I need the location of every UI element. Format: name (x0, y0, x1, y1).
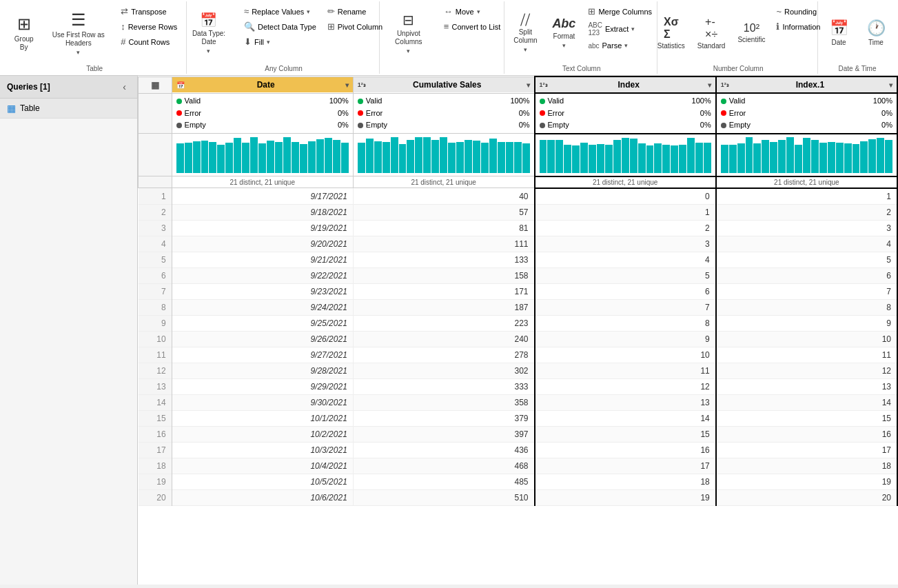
scientific-icon: 10² (744, 22, 759, 34)
rounding-button[interactable]: ~ Rounding (773, 4, 824, 19)
col-header-index[interactable]: 1²₃ Index ▾ (535, 77, 716, 93)
col-date-menu[interactable]: ▾ (345, 81, 349, 89)
col-header-sales[interactable]: 1²₃ Cumulative Sales ▾ (353, 77, 534, 93)
merge-icon: ⊞ (588, 6, 595, 17)
date-button[interactable]: 📅 Date (822, 4, 855, 61)
row-number: 6 (139, 267, 172, 283)
cell-index: 3 (535, 236, 716, 252)
pivot-column-button[interactable]: ⊞ Pivot Column (324, 19, 386, 34)
row-number: 9 (139, 315, 172, 331)
unpivot-columns-button[interactable]: ⊟ Unpivot Columns ▾ (381, 4, 436, 61)
sales-empty-stat: Empty 0% (358, 119, 530, 132)
table-row[interactable]: 9 9/25/2021 223 8 9 (139, 315, 898, 331)
index-type-icon: 1²₃ (540, 81, 548, 88)
standard-label: Standard (697, 42, 726, 50)
valid-label3: Valid (548, 95, 564, 108)
col-sales-menu[interactable]: ▾ (527, 81, 530, 89)
cell-sales: 358 (353, 394, 534, 410)
table-row[interactable]: 11 9/27/2021 278 10 11 (139, 347, 898, 363)
table-row[interactable]: 1 9/17/2021 40 0 1 (139, 188, 898, 205)
parse-button[interactable]: abc Parse ▾ (584, 39, 655, 52)
standard-button[interactable]: +-×÷ Standard (693, 4, 731, 61)
index1-bar-chart (716, 134, 897, 176)
table-row[interactable]: 6 9/22/2021 158 5 6 (139, 267, 898, 283)
rename-button[interactable]: ✏ Rename (324, 4, 386, 19)
sales-distinct: 21 distinct, 21 unique (353, 176, 534, 188)
extract-button[interactable]: ABC123 Extract ▾ (584, 19, 655, 39)
table-row[interactable]: 10 9/26/2021 240 9 10 (139, 331, 898, 347)
table-row[interactable]: 14 9/30/2021 358 13 14 (139, 394, 898, 410)
transpose-button[interactable]: ⇄ Transpose (117, 4, 181, 19)
use-first-row-button[interactable]: ☰ Use First Row as Headers ▾ (43, 4, 113, 61)
cell-index: 1 (535, 204, 716, 220)
convert-to-list-button[interactable]: ≡ Convert to List (440, 19, 504, 34)
format-button[interactable]: Abc Format ▾ (546, 4, 582, 61)
empty-dot (176, 123, 182, 128)
scientific-button[interactable]: 10² Scientific (733, 4, 770, 61)
cell-index1: 19 (716, 474, 897, 489)
table-row[interactable]: 17 10/3/2021 436 16 17 (139, 442, 898, 458)
col-header-date[interactable]: 📅 Date ▾ (172, 77, 353, 93)
statistics-button[interactable]: XσΣ Statistics (653, 4, 690, 61)
col-index1-menu[interactable]: ▾ (889, 81, 892, 89)
table-row[interactable]: 15 10/1/2021 379 14 15 (139, 410, 898, 426)
split-column-button[interactable]: ⧸⧸ Split Column ▾ (507, 4, 543, 61)
table-row[interactable]: 12 9/28/2021 302 11 12 (139, 363, 898, 378)
sidebar-item-table[interactable]: ▦ Table (0, 99, 137, 119)
empty-label2: Empty (366, 119, 387, 132)
table-row[interactable]: 7 9/23/2021 171 6 7 (139, 283, 898, 299)
parse-label: Parse (602, 41, 622, 50)
empty-pct: 0% (338, 119, 349, 132)
cell-index: 17 (535, 458, 716, 474)
ribbon-group-any-column-content: 📅 Data Type: Date ▾ ≈ Replace Values ▾ 🔍… (181, 4, 386, 71)
cell-sales: 379 (353, 410, 534, 426)
cell-index1: 16 (716, 426, 897, 442)
data-type-button[interactable]: 📅 Data Type: Date ▾ (181, 4, 236, 61)
cell-sales: 278 (353, 347, 534, 363)
cell-index: 10 (535, 347, 716, 363)
date-time-group-label: Date & Time (819, 65, 895, 72)
move-button[interactable]: ↔ Move ▾ (440, 4, 504, 19)
col-header-index1[interactable]: 1²₃ Index.1 ▾ (716, 77, 897, 93)
index1-error-stat: Error 0% (721, 108, 892, 120)
table-row[interactable]: 13 9/29/2021 333 12 13 (139, 378, 898, 394)
table-row[interactable]: 19 10/5/2021 485 18 19 (139, 474, 898, 489)
reverse-rows-button[interactable]: ↕ Reverse Rows (117, 19, 181, 34)
date-distinct: 21 distinct, 21 unique (172, 176, 353, 188)
group-by-button[interactable]: ⊞ Group By (8, 4, 39, 61)
table-row[interactable]: 18 10/4/2021 468 17 18 (139, 458, 898, 474)
table-row[interactable]: 8 9/24/2021 187 7 8 (139, 299, 898, 315)
replace-values-button[interactable]: ≈ Replace Values ▾ (241, 4, 320, 19)
sidebar: Queries [1] ‹ ▦ Table (0, 76, 138, 585)
error-dot (176, 110, 182, 116)
fill-button[interactable]: ⬇ Fill ▾ (241, 34, 320, 49)
date-empty-stat: Empty 0% (176, 119, 349, 132)
row-number: 11 (139, 347, 172, 363)
table-row[interactable]: 4 9/20/2021 111 3 4 (139, 236, 898, 252)
error-dot4 (721, 110, 726, 116)
count-rows-button[interactable]: # Count Rows (117, 34, 181, 49)
cell-index: 14 (535, 410, 716, 426)
cell-index1: 12 (716, 363, 897, 378)
table-row[interactable]: 2 9/18/2021 57 1 2 (139, 204, 898, 220)
transpose-icon: ⇄ (121, 6, 128, 17)
format-label: Format (553, 32, 575, 41)
statistics-icon: XσΣ (664, 16, 679, 41)
rounding-icon: ~ (776, 6, 782, 17)
merge-columns-button[interactable]: ⊞ Merge Columns (584, 4, 655, 19)
cell-date: 9/29/2021 (172, 378, 353, 394)
table-row[interactable]: 5 9/21/2021 133 4 5 (139, 252, 898, 267)
time-button[interactable]: 🕐 Time (859, 4, 892, 61)
unpivot-small-buttons: ↔ Move ▾ ≡ Convert to List (440, 4, 504, 43)
col-index-menu[interactable]: ▾ (708, 81, 711, 89)
table-row[interactable]: 16 10/2/2021 397 15 16 (139, 426, 898, 442)
collapse-sidebar-button[interactable]: ‹ (119, 80, 130, 94)
table-row[interactable]: 20 10/6/2021 510 19 20 (139, 489, 898, 505)
format-icon: Abc (552, 17, 575, 31)
data-grid[interactable]: ▦ 📅 Date ▾ (138, 76, 898, 585)
table-row[interactable]: 3 9/19/2021 81 2 3 (139, 220, 898, 236)
any-column-small-buttons2: ✏ Rename ⊞ Pivot Column (324, 4, 386, 43)
row-number: 15 (139, 410, 172, 426)
information-button[interactable]: ℹ Information (773, 19, 824, 34)
detect-data-type-button[interactable]: 🔍 Detect Data Type (241, 19, 320, 34)
